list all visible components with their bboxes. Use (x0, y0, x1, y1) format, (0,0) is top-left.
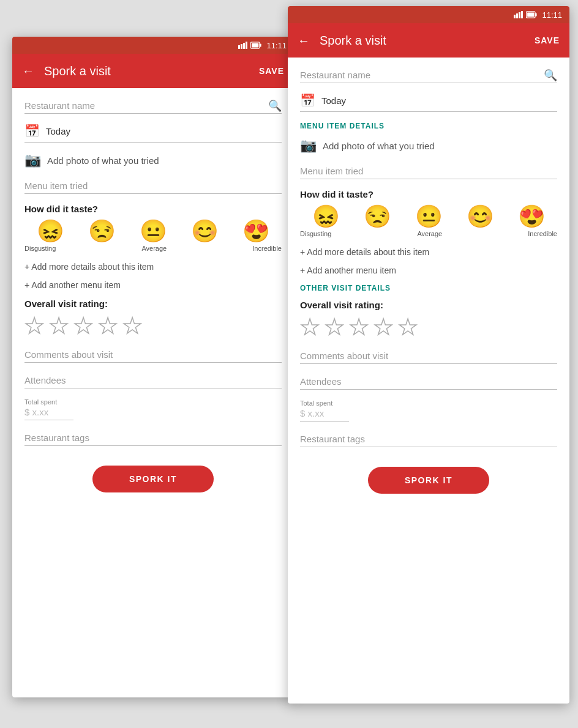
attendees-input-front[interactable] (300, 374, 557, 390)
comments-input-back[interactable] (24, 347, 282, 363)
app-header-front: ← Spork a visit SAVE (288, 23, 569, 58)
svg-rect-5 (260, 43, 261, 46)
emoji-face-5-back: 😍 (242, 220, 270, 242)
comments-input-front[interactable] (300, 348, 557, 364)
svg-rect-8 (516, 13, 518, 18)
emoji-meh-back[interactable]: 😒 (76, 220, 127, 242)
total-spent-label-front: Total spent (300, 399, 557, 407)
stars-row-back: ★ ★ ★ ★ ★ (24, 315, 282, 337)
save-button-front[interactable]: SAVE (535, 35, 560, 45)
camera-icon-back: 📷 (24, 152, 41, 168)
restaurant-tags-input-back[interactable] (24, 430, 282, 446)
star-3-back[interactable]: ★ (73, 315, 93, 337)
taste-label-front: How did it taste? (300, 189, 557, 199)
add-item-link-back[interactable]: + Add another menu item (24, 280, 282, 290)
save-button-back[interactable]: SAVE (259, 66, 284, 76)
status-time-back: 11:11 (266, 41, 287, 50)
total-spent-value-front: $ x.xx (300, 408, 349, 422)
calendar-icon-back: 📅 (24, 124, 40, 138)
add-item-link-front[interactable]: + Add another menu item (300, 266, 557, 275)
add-photo-row-back[interactable]: 📷 Add photo of what you tried (24, 152, 282, 168)
menu-item-field-back (24, 178, 282, 194)
status-icons-front (514, 11, 537, 18)
search-icon-front[interactable]: 🔍 (544, 69, 557, 82)
status-time-front: 11:11 (542, 10, 562, 20)
date-row-back[interactable]: 📅 Today (24, 124, 282, 143)
emoji-face-5-front: 😍 (518, 206, 546, 228)
status-bar-back: 11:11 (12, 37, 294, 54)
star-1-back[interactable]: ★ (24, 315, 44, 337)
star-1-front[interactable]: ★ (300, 316, 320, 338)
emoji-disgusting-front[interactable]: 😖 (300, 206, 351, 228)
emoji-incredible-front[interactable]: 😍 (506, 206, 557, 228)
date-value-back: Today (46, 126, 70, 136)
star-2-front[interactable]: ★ (325, 316, 344, 338)
search-icon-back[interactable]: 🔍 (268, 99, 282, 113)
app-header-back: ← Spork a visit SAVE (12, 54, 294, 88)
restaurant-name-input-front[interactable] (300, 67, 557, 83)
signal-icon-back (238, 42, 248, 49)
battery-icon-front (526, 11, 537, 18)
star-2-back[interactable]: ★ (49, 315, 69, 337)
menu-section-header-front: MENU ITEM DETAILS (300, 122, 557, 130)
calendar-icon-front: 📅 (300, 93, 315, 108)
emoji-good-front[interactable]: 😊 (454, 206, 506, 228)
overall-label-front: Overall visit rating: (300, 300, 557, 310)
emoji-meh-front[interactable]: 😒 (351, 206, 403, 228)
emoji-face-2-back: 😒 (88, 220, 116, 242)
attendees-input-back[interactable] (24, 373, 282, 388)
restaurant-name-input-back[interactable] (24, 98, 282, 114)
spork-button-front[interactable]: SPORK IT (368, 467, 489, 494)
phone-back: 11:11 ← Spork a visit SAVE 🔍 📅 Today 📷 A… (12, 37, 294, 697)
total-spent-label-back: Total spent (24, 398, 282, 406)
label-incredible-front: Incredible (528, 230, 557, 237)
emoji-labels-back: Disgusting Average Incredible (24, 245, 282, 252)
add-details-link-back[interactable]: + Add more details about this item (24, 262, 282, 272)
total-spent-value-back: $ x.xx (24, 407, 73, 420)
menu-item-input-back[interactable] (24, 178, 282, 194)
emoji-neutral-front[interactable]: 😐 (403, 206, 454, 228)
star-5-back[interactable]: ★ (122, 315, 142, 337)
back-arrow-back[interactable]: ← (22, 64, 34, 78)
content-front: 🔍 📅 Today MENU ITEM DETAILS 📷 Add photo … (288, 58, 569, 704)
svg-rect-13 (528, 13, 535, 17)
stars-row-front: ★ ★ ★ ★ ★ (300, 316, 557, 338)
emoji-face-1-front: 😖 (312, 206, 340, 228)
emoji-good-back[interactable]: 😊 (179, 220, 230, 242)
restaurant-name-field-back: 🔍 (24, 98, 282, 114)
svg-rect-0 (238, 45, 240, 49)
spork-button-back[interactable]: SPORK IT (92, 466, 214, 492)
label-incredible-back: Incredible (252, 245, 282, 252)
star-3-front[interactable]: ★ (349, 316, 369, 338)
taste-label-back: How did it taste? (24, 204, 282, 214)
add-photo-label-back: Add photo of what you tried (47, 155, 159, 166)
restaurant-tags-input-front[interactable] (300, 431, 557, 447)
emoji-incredible-back[interactable]: 😍 (230, 220, 282, 242)
emoji-face-4-back: 😊 (191, 220, 219, 242)
emoji-face-1-back: 😖 (37, 220, 64, 242)
emoji-neutral-back[interactable]: 😐 (127, 220, 179, 242)
signal-icon-front (514, 11, 524, 18)
restaurant-name-field-front: 🔍 (300, 67, 557, 83)
star-4-front[interactable]: ★ (373, 316, 393, 338)
emoji-face-3-back: 😐 (140, 220, 167, 242)
status-bar-front: 11:11 (288, 6, 569, 23)
label-disgusting-front: Disgusting (300, 230, 331, 237)
svg-rect-3 (246, 42, 247, 49)
add-details-link-front[interactable]: + Add more details about this item (300, 247, 557, 257)
star-4-back[interactable]: ★ (98, 315, 118, 337)
back-arrow-front[interactable]: ← (298, 34, 310, 48)
emoji-disgusting-back[interactable]: 😖 (24, 220, 76, 242)
menu-item-input-front[interactable] (300, 163, 557, 179)
star-5-front[interactable]: ★ (398, 316, 418, 338)
spork-btn-wrap-front: SPORK IT (300, 457, 557, 503)
app-title-back: Spork a visit (44, 64, 259, 78)
svg-rect-2 (243, 43, 245, 49)
emoji-face-2-front: 😒 (364, 206, 391, 228)
app-title-front: Spork a visit (320, 34, 535, 48)
svg-rect-7 (514, 15, 516, 18)
svg-rect-9 (519, 12, 520, 18)
battery-icon-back (250, 42, 261, 49)
date-row-front[interactable]: 📅 Today (300, 93, 557, 112)
add-photo-row-front[interactable]: 📷 Add photo of what you tried (300, 138, 557, 154)
